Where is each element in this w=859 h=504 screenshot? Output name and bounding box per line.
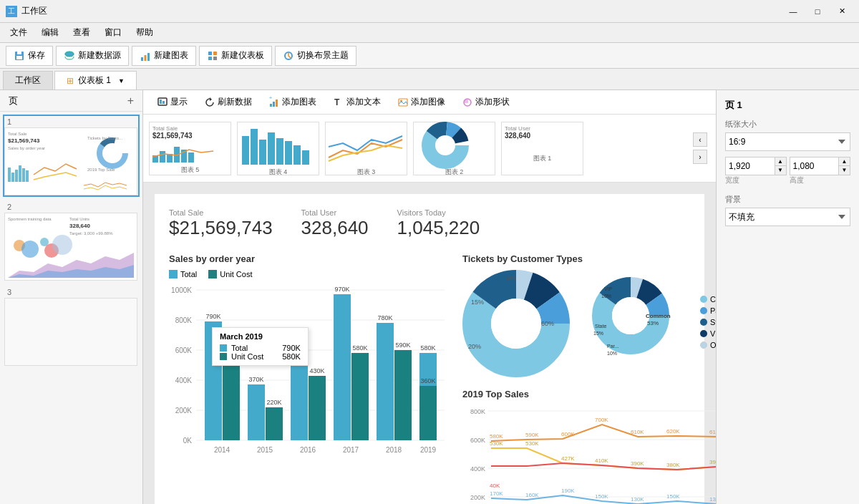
dimension-row: ▲ ▼ 宽度 ▲ ▼ 高度 bbox=[725, 157, 850, 187]
svg-text:Target: 3,000  +99.88%: Target: 3,000 +99.88% bbox=[69, 231, 113, 236]
svg-text:10%: 10% bbox=[607, 351, 617, 356]
chart-thumb-2[interactable]: 图表 2 bbox=[413, 122, 495, 175]
state-dot bbox=[700, 319, 707, 326]
page-item-1[interactable]: 1 Total Sale $21,569,743 Sales by order … bbox=[3, 115, 140, 197]
bar-chart-title: Sales by order year bbox=[169, 253, 448, 264]
close-btn[interactable]: ✕ bbox=[830, 3, 853, 20]
add-shape-btn[interactable]: 添加形状 bbox=[457, 93, 515, 111]
menu-edit[interactable]: 编辑 bbox=[34, 24, 66, 42]
maximize-btn[interactable]: □ bbox=[806, 3, 829, 20]
switch-theme-button[interactable]: 切换布景主题 bbox=[275, 46, 356, 66]
menu-help[interactable]: 帮助 bbox=[129, 24, 160, 42]
background-select[interactable]: 不填充 bbox=[725, 208, 850, 226]
svg-text:15%: 15% bbox=[593, 331, 603, 336]
tab-dropdown-icon[interactable]: ▼ bbox=[118, 77, 125, 84]
width-spinners: ▲ ▼ bbox=[775, 158, 786, 175]
svg-text:150K: 150K bbox=[666, 493, 680, 500]
svg-text:410K: 410K bbox=[595, 457, 608, 464]
chart-thumb-5[interactable]: Total Sale $21,569,743 图表 5 bbox=[149, 122, 231, 175]
page-item-2[interactable]: 2 Sportmen training data Total Units 328… bbox=[3, 200, 140, 282]
svg-text:2019 Top Sale: 2019 Top Sale bbox=[87, 168, 115, 172]
chart-thumb-4[interactable]: 图表 4 bbox=[237, 122, 319, 175]
chart-toolbar: 显示 刷新数据 + 添加图表 T 添加文本 添加图像 添加形状 bbox=[143, 90, 716, 115]
display-btn[interactable]: 显示 bbox=[152, 93, 193, 111]
pages-panel: 页 + 1 Total Sale $21,569,743 Sales by or… bbox=[0, 90, 143, 504]
svg-text:160K: 160K bbox=[525, 492, 539, 498]
height-up-btn[interactable]: ▲ bbox=[838, 158, 850, 166]
add-shape-icon bbox=[462, 97, 472, 107]
svg-rect-82 bbox=[248, 384, 265, 440]
height-label: 高度 bbox=[790, 175, 851, 185]
svg-text:430K: 430K bbox=[309, 367, 324, 374]
tooltip-total-dot bbox=[220, 344, 227, 352]
save-button[interactable]: 保存 bbox=[6, 46, 53, 66]
total-user-label: Total User bbox=[301, 208, 369, 217]
refresh-btn[interactable]: 刷新数据 bbox=[199, 93, 258, 111]
svg-text:800K: 800K bbox=[470, 408, 485, 415]
tickets-legend-area: Common 53% VIP 10% State 15% Par... 10% bbox=[591, 276, 691, 372]
theme-icon bbox=[283, 50, 294, 62]
pages-header: 页 + bbox=[0, 90, 142, 112]
dashboard-inner: Total Sale $21,569,743 Total User 328,64… bbox=[155, 194, 704, 504]
menu-view[interactable]: 查看 bbox=[66, 24, 97, 42]
svg-text:10%: 10% bbox=[601, 294, 611, 299]
menu-file[interactable]: 文件 bbox=[3, 24, 34, 42]
bar-chart-tooltip: March 2019 Total 790K Unit Cost 580K bbox=[212, 327, 309, 366]
menu-window[interactable]: 窗口 bbox=[97, 24, 129, 42]
svg-rect-19 bbox=[22, 168, 25, 182]
add-chart-btn[interactable]: + 添加图表 bbox=[263, 93, 322, 111]
svg-text:220K: 220K bbox=[266, 399, 281, 406]
svg-rect-91 bbox=[351, 353, 369, 440]
tab-workspace[interactable]: 工作区 bbox=[3, 71, 53, 89]
svg-text:800K: 800K bbox=[175, 316, 193, 324]
add-page-btn[interactable]: + bbox=[127, 94, 134, 107]
height-input[interactable] bbox=[790, 158, 839, 175]
page-thumbnail-2: Sportmen training data Total Units 328,6… bbox=[4, 213, 137, 281]
page-item-3[interactable]: 3 bbox=[3, 285, 140, 367]
svg-text:+: + bbox=[269, 95, 272, 100]
legend-state: State bbox=[700, 318, 716, 326]
tab-bar: 工作区 ⊞ 仪表板 1 ▼ bbox=[0, 69, 859, 90]
new-dashboard-button[interactable]: 新建仪表板 bbox=[199, 46, 272, 66]
svg-text:360K: 360K bbox=[420, 377, 435, 384]
svg-text:Total Units: Total Units bbox=[69, 217, 89, 221]
visitors-label: Visitors Today bbox=[397, 208, 480, 217]
svg-rect-20 bbox=[26, 170, 29, 182]
new-datasource-button[interactable]: 新建数据源 bbox=[56, 46, 129, 66]
svg-text:399K: 399K bbox=[709, 459, 716, 465]
page-num-1: 1 bbox=[4, 116, 138, 127]
total-sale-value: $21,569,743 bbox=[169, 217, 273, 239]
svg-text:370K: 370K bbox=[248, 376, 263, 383]
legend-unit-cost: Unit Cost bbox=[208, 270, 252, 278]
chart-thumb-3[interactable]: 图表 3 bbox=[325, 122, 407, 175]
right-panel: 页 1 纸张大小 16:9 ▲ ▼ 宽度 ▲ bbox=[716, 90, 859, 504]
display-icon bbox=[157, 97, 168, 107]
height-spinners: ▲ ▼ bbox=[838, 158, 850, 175]
add-image-btn[interactable]: 添加图像 bbox=[392, 93, 451, 111]
chart-thumb-1[interactable]: Total User 328,640 图表 1 bbox=[501, 122, 583, 175]
pages-list: 1 Total Sale $21,569,743 Sales by order … bbox=[0, 112, 142, 504]
tab-dashboard1[interactable]: ⊞ 仪表板 1 ▼ bbox=[54, 71, 137, 89]
width-up-btn[interactable]: ▲ bbox=[775, 158, 786, 166]
dashboard-canvas[interactable]: Total Sale $21,569,743 Total User 328,64… bbox=[143, 183, 716, 504]
dashboard-tab-icon: ⊞ bbox=[67, 76, 74, 86]
new-chart-button[interactable]: 新建图表 bbox=[132, 46, 196, 66]
minimize-btn[interactable]: — bbox=[782, 3, 805, 20]
svg-text:1000K: 1000K bbox=[171, 286, 192, 294]
svg-rect-95 bbox=[394, 350, 412, 440]
svg-rect-52 bbox=[188, 152, 194, 163]
center-area: 显示 刷新数据 + 添加图表 T 添加文本 添加图像 添加形状 bbox=[143, 90, 716, 504]
svg-rect-35 bbox=[160, 100, 162, 104]
tickets-title: Tickets by Customer Types bbox=[462, 253, 716, 264]
paper-size-select[interactable]: 16:9 bbox=[725, 132, 850, 151]
svg-text:580K: 580K bbox=[490, 433, 503, 440]
svg-text:2014: 2014 bbox=[214, 446, 230, 454]
svg-rect-6 bbox=[147, 53, 150, 61]
chart-nav-prev[interactable]: ‹ bbox=[693, 132, 707, 147]
width-down-btn[interactable]: ▼ bbox=[775, 166, 786, 175]
width-input[interactable] bbox=[726, 158, 775, 175]
chart-nav-next[interactable]: › bbox=[693, 150, 707, 164]
add-text-btn[interactable]: T 添加文本 bbox=[328, 93, 387, 111]
height-down-btn[interactable]: ▼ bbox=[838, 166, 850, 175]
svg-rect-48 bbox=[160, 151, 165, 163]
